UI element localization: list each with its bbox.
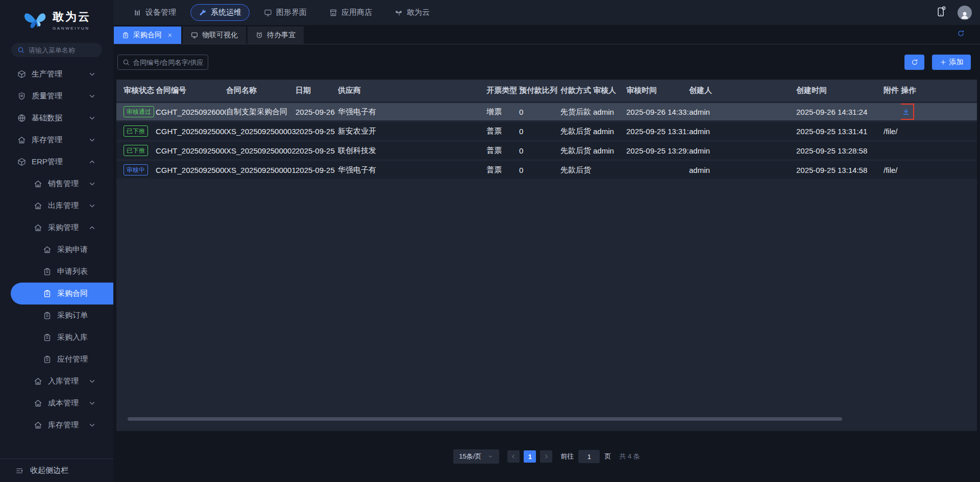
tab-purchase-contract[interactable]: 采购合同 bbox=[114, 27, 181, 44]
tab-iot-visualization[interactable]: 物联可视化 bbox=[183, 27, 246, 44]
house-icon bbox=[34, 223, 42, 232]
monitor-icon bbox=[264, 9, 272, 17]
create-time-cell: 2025-09-25 13:14:58 bbox=[796, 166, 884, 174]
sidebar-item-label: 采购管理 bbox=[48, 223, 79, 233]
audit-time-cell: 2025-09-25 13:29:22 bbox=[626, 146, 689, 155]
column-header: 审核状态 bbox=[124, 86, 156, 95]
goto-page-input[interactable] bbox=[578, 450, 600, 463]
nav-item-ganweiyun[interactable]: 敢为云 bbox=[386, 4, 438, 21]
sidebar-item-procurement[interactable]: 采购管理 bbox=[0, 217, 113, 239]
menu-search-input[interactable] bbox=[29, 46, 96, 54]
nav-item-label: 设备管理 bbox=[145, 8, 176, 17]
create-time-cell: 2025-09-25 13:28:58 bbox=[796, 146, 884, 155]
close-icon[interactable] bbox=[167, 32, 173, 38]
column-header: 审核时间 bbox=[626, 86, 689, 95]
contract-no-cell: CGHT_2025092600001 bbox=[156, 108, 226, 116]
column-header: 付款方式 bbox=[560, 86, 593, 95]
sidebar-item-inventory[interactable]: 库存管理 bbox=[0, 129, 113, 151]
nav-item-app-store[interactable]: 应用商店 bbox=[321, 4, 380, 21]
creator-cell: admin bbox=[689, 146, 796, 155]
column-header: 开票类型 bbox=[486, 86, 519, 95]
nav-item-label: 应用商店 bbox=[341, 8, 372, 17]
refresh-button[interactable] bbox=[904, 55, 924, 70]
clipboard-icon bbox=[43, 311, 52, 320]
app-window: 敢为云 GANWEIYUN 生产管理 质量管理 基础数据 bbox=[0, 0, 980, 482]
prepay-ratio-cell: 0 bbox=[519, 146, 560, 155]
tab-bar: 采购合同 物联可视化 待办事宜 bbox=[113, 25, 980, 44]
house-icon bbox=[34, 399, 42, 408]
horizontal-scrollbar-thumb[interactable] bbox=[128, 417, 842, 421]
sidebar-item-label: 基础数据 bbox=[32, 113, 62, 123]
tab-label: 物联可视化 bbox=[202, 31, 238, 40]
download-icon bbox=[902, 108, 910, 116]
next-page-button[interactable] bbox=[540, 450, 552, 463]
table-row[interactable]: 审核通过 CGHT_2025092600001 自制支架采购合同 2025-09… bbox=[116, 103, 977, 120]
sidebar-item-quality[interactable]: 质量管理 bbox=[0, 85, 113, 107]
plus-icon bbox=[940, 59, 947, 66]
brand-logo: 敢为云 GANWEIYUN bbox=[0, 0, 113, 35]
clipboard-icon bbox=[43, 289, 52, 298]
pager-buttons: 1 bbox=[507, 450, 552, 463]
sidebar-item-label: 质量管理 bbox=[32, 91, 62, 101]
page-size-select[interactable]: 15条/页 bbox=[453, 449, 499, 464]
sidebar-item-label: 生产管理 bbox=[32, 69, 62, 79]
payment-cell: 先款后货 bbox=[560, 126, 593, 136]
globe-icon bbox=[17, 114, 26, 122]
status-badge: 已下推 bbox=[124, 145, 148, 156]
user-avatar[interactable] bbox=[958, 6, 972, 20]
sidebar-item-request-list[interactable]: 申请列表 bbox=[0, 261, 113, 283]
sidebar-item-cost-mgmt[interactable]: 成本管理 bbox=[0, 392, 113, 414]
column-header: 合同编号 bbox=[156, 86, 226, 95]
sidebar-item-purchase-inbound[interactable]: 采购入库 bbox=[0, 326, 113, 348]
sidebar-menu: 生产管理 质量管理 基础数据 库存管理 ERP管理 bbox=[0, 59, 113, 459]
phone-icon[interactable] bbox=[936, 6, 946, 19]
sidebar-item-outbound[interactable]: 出库管理 bbox=[0, 195, 113, 217]
sidebar-item-payable[interactable]: 应付管理 bbox=[0, 348, 113, 370]
main-area: 设备管理 系统运维 图形界面 应用商店 敢为云 bbox=[113, 0, 980, 482]
nav-item-device-management[interactable]: 设备管理 bbox=[125, 4, 184, 21]
status-badge: 审核中 bbox=[124, 164, 148, 175]
collapse-sidebar-button[interactable]: 收起侧边栏 bbox=[0, 459, 113, 482]
sidebar-item-label: 销售管理 bbox=[48, 179, 79, 189]
sidebar-item-purchase-request[interactable]: 采购申请 bbox=[0, 239, 113, 261]
date-cell: 2025-09-25 bbox=[296, 146, 338, 155]
table-row[interactable]: 审核中 CGHT_2025092500001 XS_2025092500001 … bbox=[116, 161, 977, 179]
sidebar-item-label: 申请列表 bbox=[57, 267, 88, 276]
chevron-down-icon bbox=[88, 421, 96, 429]
tabbar-refresh-button[interactable] bbox=[957, 30, 980, 44]
tab-todo[interactable]: 待办事宜 bbox=[248, 27, 304, 44]
topbar-right bbox=[936, 6, 980, 20]
download-button-annotated[interactable] bbox=[901, 104, 914, 120]
sidebar-item-erp[interactable]: ERP管理 bbox=[0, 151, 113, 173]
tab-label: 采购合同 bbox=[133, 31, 162, 40]
sidebar: 敢为云 GANWEIYUN 生产管理 质量管理 基础数据 bbox=[0, 0, 113, 482]
supplier-cell: 新安农业开 bbox=[338, 126, 486, 136]
contract-search-input[interactable] bbox=[133, 59, 203, 66]
chevron-down-icon bbox=[88, 70, 96, 79]
page-size-value: 15条/页 bbox=[459, 452, 481, 461]
monitor-icon bbox=[191, 32, 198, 39]
sidebar-item-basic-data[interactable]: 基础数据 bbox=[0, 107, 113, 129]
payment-cell: 先款后货 bbox=[560, 165, 593, 175]
sidebar-item-purchase-contract[interactable]: 采购合同 bbox=[11, 283, 113, 305]
sidebar-item-inbound-mgmt[interactable]: 入库管理 bbox=[0, 370, 113, 392]
sidebar-item-label: 库存管理 bbox=[32, 135, 62, 145]
cube-icon bbox=[17, 158, 26, 166]
contract-no-cell: CGHT_2025092500003 bbox=[156, 127, 226, 136]
table-row[interactable]: 已下推 CGHT_2025092500002 XS_2025092500002 … bbox=[116, 142, 977, 159]
sidebar-item-production[interactable]: 生产管理 bbox=[0, 63, 113, 85]
prev-page-button[interactable] bbox=[507, 450, 520, 463]
page-number-button[interactable]: 1 bbox=[524, 450, 536, 463]
nav-item-label: 系统运维 bbox=[211, 8, 241, 17]
sidebar-item-purchase-order[interactable]: 采购订单 bbox=[0, 305, 113, 326]
clipboard-icon bbox=[43, 355, 52, 364]
nav-item-system-ops[interactable]: 系统运维 bbox=[190, 4, 250, 21]
sidebar-item-stock-mgmt[interactable]: 库存管理 bbox=[0, 414, 113, 436]
chevron-down-icon bbox=[88, 114, 96, 122]
auditor-cell: admin bbox=[593, 146, 626, 155]
add-button[interactable]: 添加 bbox=[932, 55, 971, 70]
table-row[interactable]: 已下推 CGHT_2025092500003 XS_2025092500003 … bbox=[116, 122, 977, 140]
nav-item-gui[interactable]: 图形界面 bbox=[256, 4, 315, 21]
house-icon bbox=[34, 201, 42, 210]
sidebar-item-sales[interactable]: 销售管理 bbox=[0, 173, 113, 195]
